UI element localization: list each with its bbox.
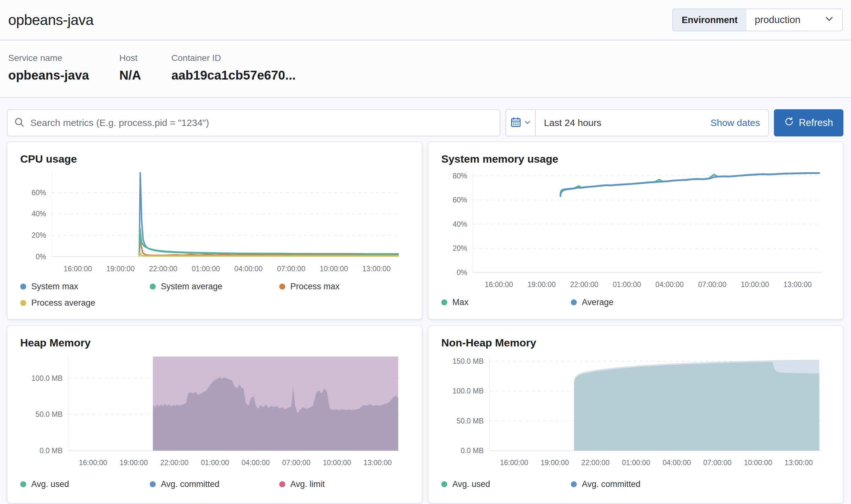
x-tick-label: 19:00:00 [528,281,556,289]
legend-label: Avg. committed [161,479,219,489]
date-picker: Last 24 hours Show dates [506,109,769,137]
x-tick-label: 19:00:00 [119,458,148,467]
y-tick-label: 50.0 MB [35,410,63,418]
x-tick-label: 16:00:00 [79,458,107,467]
y-tick-label: 50.0 MB [457,417,484,425]
legend-dot [20,481,26,487]
cpu-usage-chart: 0%20%40%60%16:00:0019:00:0022:00:0001:00… [20,168,409,275]
x-tick-label: 16:00:00 [64,265,92,273]
x-tick-label: 22:00:00 [570,281,599,289]
x-tick-label: 04:00:00 [234,265,263,273]
legend-label: Average [582,298,614,307]
chevron-down-icon [825,14,834,26]
system-memory-chart: 0%20%40%60%80%16:00:0019:00:0022:00:0001… [441,168,830,291]
y-tick-label: 40% [32,210,46,218]
legend-item-process-max[interactable]: Process max [279,278,409,295]
heap-memory-card: Heap Memory 0.0 MB50.0 MB100.0 MB16:00:0… [7,325,422,503]
legend-item-avg-committed[interactable]: Avg. committed [150,476,279,492]
x-tick-label: 22:00:00 [581,458,610,467]
series-system-average [139,228,398,255]
x-tick-label: 07:00:00 [698,281,727,289]
meta-container-id: Container ID aab19ca1cb57e670... [172,53,296,97]
legend-dot [150,481,156,487]
x-tick-label: 01:00:00 [613,281,641,289]
cpu-usage-legend: System maxSystem averageProcess maxProce… [20,278,409,311]
legend-dot [571,299,577,305]
y-tick-label: 0.0 MB [39,447,63,455]
charts-grid: CPU usage 0%20%40%60%16:00:0019:00:0022:… [7,142,844,503]
environment-select[interactable]: production [746,9,842,31]
x-tick-label: 13:00:00 [364,458,392,467]
meta-value: opbeans-java [8,68,89,83]
legend-dot [441,299,447,305]
date-range-display[interactable]: Last 24 hours Show dates [536,110,768,136]
refresh-button[interactable]: Refresh [774,109,844,137]
x-tick-label: 16:00:00 [500,458,529,467]
search-box [7,109,500,137]
non-heap-memory-chart: 0.0 MB50.0 MB100.0 MB150.0 MB16:00:0019:… [441,352,830,469]
y-tick-label: 0% [457,268,467,277]
chart-title: System memory usage [441,153,830,165]
non-heap-memory-card: Non-Heap Memory 0.0 MB50.0 MB100.0 MB150… [428,325,844,503]
meta-value: aab19ca1cb57e670... [172,68,296,83]
y-tick-label: 60% [453,196,467,204]
x-tick-label: 19:00:00 [106,265,135,273]
legend-dot [20,284,26,290]
y-tick-label: 20% [32,231,46,239]
y-tick-label: 150.0 MB [453,357,484,365]
legend-dot [150,284,156,290]
legend-item-average[interactable]: Average [571,294,700,310]
x-tick-label: 10:00:00 [323,458,351,467]
legend-item-max[interactable]: Max [441,294,571,310]
date-range-value: Last 24 hours [544,118,601,128]
y-tick-label: 60% [32,188,46,197]
x-tick-label: 22:00:00 [149,265,178,273]
refresh-icon [784,117,794,129]
legend-label: System max [31,282,78,291]
y-tick-label: 0.0 MB [461,447,484,455]
quick-select-button[interactable] [506,110,536,136]
x-tick-label: 22:00:00 [160,458,189,467]
series-avg-used [574,362,819,451]
legend-dot [279,284,285,290]
meta-host: Host N/A [119,53,141,97]
x-tick-label: 19:00:00 [540,458,569,467]
chart-title: Heap Memory [20,337,409,349]
legend-item-system-max[interactable]: System max [20,278,150,295]
x-tick-label: 13:00:00 [362,265,391,273]
legend-label: Max [453,298,468,307]
legend-dot [279,481,285,487]
y-tick-label: 20% [453,244,467,252]
meta-label: Container ID [172,53,296,63]
chevron-down-icon [524,119,531,127]
show-dates-link[interactable]: Show dates [710,118,760,128]
legend-label: System average [161,282,223,291]
non-heap-memory-legend: Avg. usedAvg. committed [441,476,830,492]
legend-item-system-average[interactable]: System average [150,278,279,295]
legend-item-process-average[interactable]: Process average [20,295,150,311]
x-tick-label: 07:00:00 [282,458,311,467]
y-tick-label: 100.0 MB [32,374,63,382]
heap-memory-legend: Avg. usedAvg. committedAvg. limit [20,476,409,492]
x-tick-label: 04:00:00 [242,458,270,467]
search-icon [14,117,25,129]
meta-label: Host [119,53,141,63]
x-tick-label: 10:00:00 [320,265,348,273]
x-tick-label: 01:00:00 [192,265,220,273]
calendar-icon [510,116,521,129]
legend-item-avg-limit[interactable]: Avg. limit [279,476,409,492]
legend-label: Process average [31,298,95,308]
legend-item-avg-committed[interactable]: Avg. committed [571,476,700,492]
x-tick-label: 04:00:00 [663,458,691,467]
x-tick-label: 01:00:00 [201,458,229,467]
x-tick-label: 04:00:00 [655,281,684,289]
series-max [561,173,819,195]
legend-label: Avg. used [453,479,490,489]
legend-dot [441,481,447,487]
environment-value: production [755,14,800,25]
legend-item-avg-used[interactable]: Avg. used [441,476,571,492]
refresh-label: Refresh [799,117,833,128]
search-input[interactable] [30,117,493,128]
legend-item-avg-used[interactable]: Avg. used [20,476,150,492]
x-tick-label: 10:00:00 [741,281,769,289]
